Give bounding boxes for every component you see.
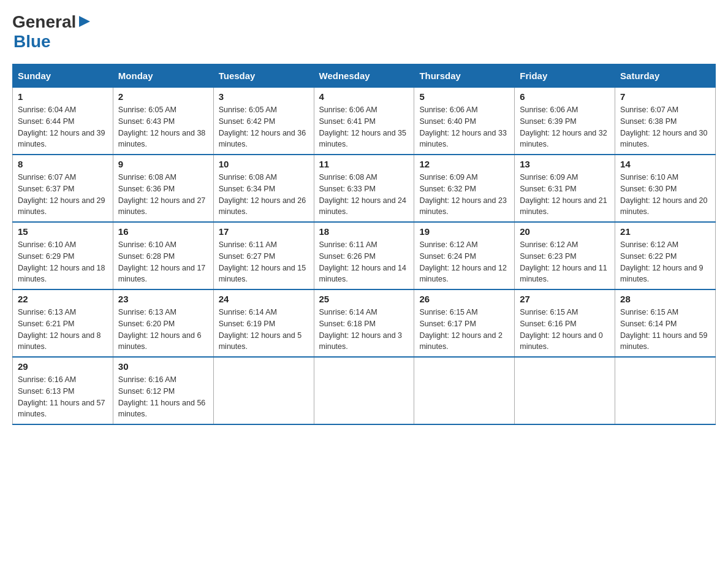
day-number: 8 [18, 159, 108, 169]
calendar-cell: 13Sunrise: 6:09 AMSunset: 6:31 PMDayligh… [515, 155, 615, 222]
calendar-cell: 10Sunrise: 6:08 AMSunset: 6:34 PMDayligh… [213, 155, 314, 222]
svg-marker-0 [79, 16, 90, 27]
day-number: 30 [118, 361, 208, 372]
calendar-cell: 4Sunrise: 6:06 AMSunset: 6:41 PMDaylight… [314, 88, 414, 155]
header-tuesday: Tuesday [213, 64, 314, 88]
day-detail: Sunrise: 6:08 AMSunset: 6:33 PMDaylight:… [319, 172, 409, 218]
day-detail: Sunrise: 6:10 AMSunset: 6:29 PMDaylight:… [18, 239, 108, 285]
day-number: 15 [18, 226, 108, 237]
day-detail: Sunrise: 6:15 AMSunset: 6:14 PMDaylight:… [620, 307, 710, 353]
logo-blue-text: Blue [13, 32, 51, 51]
day-detail: Sunrise: 6:16 AMSunset: 6:12 PMDaylight:… [118, 374, 208, 420]
day-detail: Sunrise: 6:13 AMSunset: 6:21 PMDaylight:… [18, 307, 108, 353]
calendar-cell: 21Sunrise: 6:12 AMSunset: 6:22 PMDayligh… [615, 222, 716, 289]
day-number: 18 [319, 226, 409, 237]
day-number: 20 [520, 226, 610, 237]
calendar-cell: 3Sunrise: 6:05 AMSunset: 6:42 PMDaylight… [213, 88, 314, 155]
calendar-cell: 17Sunrise: 6:11 AMSunset: 6:27 PMDayligh… [213, 222, 314, 289]
logo: General Blue [12, 12, 91, 52]
day-number: 3 [219, 91, 309, 102]
day-detail: Sunrise: 6:15 AMSunset: 6:17 PMDaylight:… [419, 307, 509, 353]
day-detail: Sunrise: 6:12 AMSunset: 6:22 PMDaylight:… [620, 239, 710, 285]
day-number: 21 [620, 226, 710, 237]
day-number: 17 [219, 226, 309, 237]
day-detail: Sunrise: 6:08 AMSunset: 6:36 PMDaylight:… [118, 172, 208, 218]
calendar-cell: 30Sunrise: 6:16 AMSunset: 6:12 PMDayligh… [113, 357, 213, 424]
calendar-cell: 11Sunrise: 6:08 AMSunset: 6:33 PMDayligh… [314, 155, 414, 222]
calendar-header-row: SundayMondayTuesdayWednesdayThursdayFrid… [13, 64, 716, 88]
day-detail: Sunrise: 6:08 AMSunset: 6:34 PMDaylight:… [219, 172, 309, 218]
day-number: 16 [118, 226, 208, 237]
day-number: 22 [18, 294, 108, 304]
day-number: 14 [620, 159, 710, 169]
day-number: 28 [620, 294, 710, 304]
day-number: 23 [118, 294, 208, 304]
day-number: 19 [419, 226, 509, 237]
calendar-cell: 29Sunrise: 6:16 AMSunset: 6:13 PMDayligh… [13, 357, 113, 424]
calendar-cell: 27Sunrise: 6:15 AMSunset: 6:16 PMDayligh… [515, 289, 615, 357]
day-detail: Sunrise: 6:04 AMSunset: 6:44 PMDaylight:… [18, 104, 108, 150]
calendar-cell: 15Sunrise: 6:10 AMSunset: 6:29 PMDayligh… [13, 222, 113, 289]
calendar-cell: 8Sunrise: 6:07 AMSunset: 6:37 PMDaylight… [13, 155, 113, 222]
logo-general-text: General [12, 12, 76, 32]
day-number: 25 [319, 294, 409, 304]
calendar-cell [314, 357, 414, 424]
logo-arrow-icon [78, 15, 91, 28]
calendar-cell: 28Sunrise: 6:15 AMSunset: 6:14 PMDayligh… [615, 289, 716, 357]
calendar-cell: 18Sunrise: 6:11 AMSunset: 6:26 PMDayligh… [314, 222, 414, 289]
calendar-week-row: 15Sunrise: 6:10 AMSunset: 6:29 PMDayligh… [13, 222, 716, 289]
day-detail: Sunrise: 6:09 AMSunset: 6:31 PMDaylight:… [520, 172, 610, 218]
day-number: 1 [18, 91, 108, 102]
calendar-cell: 25Sunrise: 6:14 AMSunset: 6:18 PMDayligh… [314, 289, 414, 357]
day-number: 24 [219, 294, 309, 304]
calendar-cell: 26Sunrise: 6:15 AMSunset: 6:17 PMDayligh… [414, 289, 515, 357]
calendar-cell: 1Sunrise: 6:04 AMSunset: 6:44 PMDaylight… [13, 88, 113, 155]
calendar-cell: 7Sunrise: 6:07 AMSunset: 6:38 PMDaylight… [615, 88, 716, 155]
day-detail: Sunrise: 6:11 AMSunset: 6:26 PMDaylight:… [319, 239, 409, 285]
day-detail: Sunrise: 6:06 AMSunset: 6:39 PMDaylight:… [520, 104, 610, 150]
calendar-cell: 6Sunrise: 6:06 AMSunset: 6:39 PMDaylight… [515, 88, 615, 155]
calendar-cell: 19Sunrise: 6:12 AMSunset: 6:24 PMDayligh… [414, 222, 515, 289]
day-detail: Sunrise: 6:15 AMSunset: 6:16 PMDaylight:… [520, 307, 610, 353]
day-number: 10 [219, 159, 309, 169]
day-number: 29 [18, 361, 108, 372]
header-friday: Friday [515, 64, 615, 88]
day-detail: Sunrise: 6:14 AMSunset: 6:18 PMDaylight:… [319, 307, 409, 353]
day-number: 12 [419, 159, 509, 169]
calendar-cell: 22Sunrise: 6:13 AMSunset: 6:21 PMDayligh… [13, 289, 113, 357]
calendar-cell: 2Sunrise: 6:05 AMSunset: 6:43 PMDaylight… [113, 88, 213, 155]
header-sunday: Sunday [13, 64, 113, 88]
day-detail: Sunrise: 6:12 AMSunset: 6:24 PMDaylight:… [419, 239, 509, 285]
calendar-cell [515, 357, 615, 424]
day-number: 5 [419, 91, 509, 102]
day-number: 9 [118, 159, 208, 169]
day-detail: Sunrise: 6:05 AMSunset: 6:43 PMDaylight:… [118, 104, 208, 150]
calendar-cell: 16Sunrise: 6:10 AMSunset: 6:28 PMDayligh… [113, 222, 213, 289]
calendar-week-row: 22Sunrise: 6:13 AMSunset: 6:21 PMDayligh… [13, 289, 716, 357]
day-detail: Sunrise: 6:07 AMSunset: 6:37 PMDaylight:… [18, 172, 108, 218]
calendar-cell: 23Sunrise: 6:13 AMSunset: 6:20 PMDayligh… [113, 289, 213, 357]
day-detail: Sunrise: 6:10 AMSunset: 6:30 PMDaylight:… [620, 172, 710, 218]
calendar-cell [615, 357, 716, 424]
day-detail: Sunrise: 6:06 AMSunset: 6:41 PMDaylight:… [319, 104, 409, 150]
calendar-cell: 12Sunrise: 6:09 AMSunset: 6:32 PMDayligh… [414, 155, 515, 222]
day-number: 7 [620, 91, 710, 102]
day-detail: Sunrise: 6:09 AMSunset: 6:32 PMDaylight:… [419, 172, 509, 218]
day-number: 13 [520, 159, 610, 169]
header-thursday: Thursday [414, 64, 515, 88]
day-detail: Sunrise: 6:11 AMSunset: 6:27 PMDaylight:… [219, 239, 309, 285]
day-number: 2 [118, 91, 208, 102]
header-saturday: Saturday [615, 64, 716, 88]
day-detail: Sunrise: 6:14 AMSunset: 6:19 PMDaylight:… [219, 307, 309, 353]
day-detail: Sunrise: 6:12 AMSunset: 6:23 PMDaylight:… [520, 239, 610, 285]
calendar-cell: 20Sunrise: 6:12 AMSunset: 6:23 PMDayligh… [515, 222, 615, 289]
calendar-cell: 14Sunrise: 6:10 AMSunset: 6:30 PMDayligh… [615, 155, 716, 222]
header-wednesday: Wednesday [314, 64, 414, 88]
day-detail: Sunrise: 6:05 AMSunset: 6:42 PMDaylight:… [219, 104, 309, 150]
calendar-cell: 24Sunrise: 6:14 AMSunset: 6:19 PMDayligh… [213, 289, 314, 357]
calendar-cell: 9Sunrise: 6:08 AMSunset: 6:36 PMDaylight… [113, 155, 213, 222]
calendar-table: SundayMondayTuesdayWednesdayThursdayFrid… [12, 64, 716, 425]
calendar-cell: 5Sunrise: 6:06 AMSunset: 6:40 PMDaylight… [414, 88, 515, 155]
calendar-cell [213, 357, 314, 424]
day-detail: Sunrise: 6:16 AMSunset: 6:13 PMDaylight:… [18, 374, 108, 420]
